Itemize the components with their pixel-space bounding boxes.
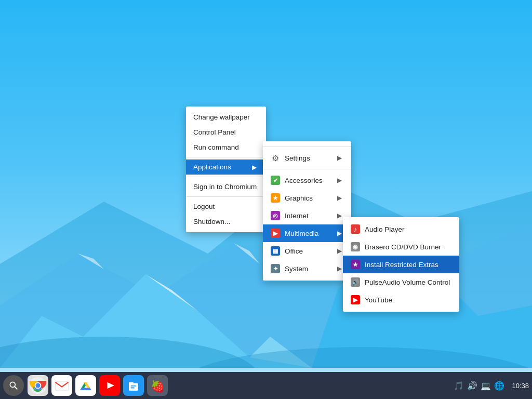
graphics-icon: ★: [270, 193, 281, 203]
shutdown-item[interactable]: Shutdown...: [186, 214, 266, 229]
games-app[interactable]: 🍓: [147, 375, 168, 396]
applications-item[interactable]: Applications ▶: [186, 159, 266, 175]
svg-rect-24: [129, 382, 134, 385]
system-item[interactable]: ✦ System ▶: [263, 260, 351, 277]
pulseaudio-item[interactable]: 🔊 PulseAudio Volume Control: [343, 273, 459, 291]
youtube-taskbar-icon: [100, 376, 119, 395]
applications-arrow: ▶: [247, 164, 257, 171]
brasero-label: Brasero CD/DVD Burner: [365, 243, 441, 251]
tray-music-icon[interactable]: 🎵: [454, 380, 464, 391]
desktop-context-menu: Change wallpaper Control Panel Run comma…: [186, 107, 266, 232]
audio-player-label: Audio Player: [365, 225, 405, 233]
applications-submenu: ⚙ Settings ▶ ✔ Accessories ▶ ★ Graphics …: [263, 141, 351, 281]
logout-item[interactable]: Logout: [186, 199, 266, 214]
settings-icon: ⚙: [270, 153, 281, 163]
brasero-icon: ◉: [350, 242, 361, 252]
files-icon: [124, 376, 143, 395]
shutdown-label: Shutdown...: [193, 218, 230, 225]
multimedia-arrow: ▶: [332, 230, 342, 237]
multimedia-icon: ▶: [270, 228, 281, 238]
youtube-app[interactable]: [99, 375, 120, 396]
office-label: Office: [285, 247, 303, 255]
chromium-icon: [29, 376, 47, 395]
run-command-label: Run command: [193, 143, 239, 151]
search-launcher[interactable]: [3, 375, 24, 396]
office-item[interactable]: ▦ Office ▶: [263, 242, 351, 260]
taskbar-clock: 10:38: [512, 382, 529, 390]
internet-label: Internet: [285, 212, 309, 220]
settings-item[interactable]: ⚙ Settings ▶: [263, 149, 351, 167]
youtube-label: YouTube: [365, 296, 392, 304]
audio-player-item[interactable]: ♪ Audio Player: [343, 220, 459, 238]
graphics-item[interactable]: ★ Graphics ▶: [263, 189, 351, 207]
install-restricted-item[interactable]: ★ Install Restricted Extras: [343, 256, 459, 273]
sign-in-chromium-label: Sign in to Chromium: [193, 183, 257, 191]
change-wallpaper-item[interactable]: Change wallpaper: [186, 110, 266, 125]
svg-point-16: [36, 383, 41, 388]
multimedia-label: Multimedia: [285, 230, 318, 237]
graphics-label: Graphics: [285, 194, 313, 202]
settings-arrow: ▶: [332, 154, 342, 162]
tray-system-icon[interactable]: 💻: [481, 380, 491, 391]
accessories-arrow: ▶: [332, 177, 342, 184]
svg-rect-25: [131, 385, 137, 387]
system-label: System: [285, 265, 308, 273]
run-command-item[interactable]: Run command: [186, 140, 266, 155]
accessories-item[interactable]: ✔ Accessories ▶: [263, 171, 351, 189]
sign-in-chromium-item[interactable]: Sign in to Chromium: [186, 179, 266, 194]
gmail-app[interactable]: [51, 375, 72, 396]
svg-rect-26: [131, 388, 135, 389]
drive-app[interactable]: [75, 375, 96, 396]
search-icon: [8, 380, 19, 391]
separator-2: [186, 177, 266, 177]
chromium-app[interactable]: [28, 375, 48, 396]
tray-volume-icon[interactable]: 🔊: [467, 380, 477, 391]
change-wallpaper-label: Change wallpaper: [193, 113, 250, 121]
youtube-icon: ▶: [350, 295, 361, 305]
audio-player-icon: ♪: [350, 224, 361, 234]
system-tray: 🎵 🔊 💻 🌐 10:38: [454, 380, 529, 391]
install-restricted-label: Install Restricted Extras: [365, 261, 438, 269]
drive-icon: [76, 376, 95, 395]
install-restricted-icon: ★: [350, 259, 361, 270]
separator-1: [186, 157, 266, 157]
control-panel-item[interactable]: Control Panel: [186, 125, 266, 140]
games-icon: 🍓: [148, 376, 167, 395]
internet-icon: ◎: [270, 210, 281, 221]
system-arrow: ▶: [332, 265, 342, 272]
svg-rect-19: [76, 376, 95, 395]
svg-line-12: [15, 387, 17, 389]
system-icon: ✦: [270, 263, 281, 274]
multimedia-item[interactable]: ▶ Multimedia ▶: [263, 224, 351, 242]
control-panel-label: Control Panel: [193, 128, 236, 136]
graphics-arrow: ▶: [332, 194, 342, 202]
office-arrow: ▶: [332, 247, 342, 255]
files-app[interactable]: [123, 375, 144, 396]
accessories-label: Accessories: [285, 177, 323, 184]
pulseaudio-label: PulseAudio Volume Control: [365, 278, 450, 286]
logout-label: Logout: [193, 203, 215, 210]
separator-3: [186, 196, 266, 197]
top-separator: [263, 147, 351, 147]
tray-network-icon[interactable]: 🌐: [494, 380, 504, 391]
office-icon: ▦: [270, 246, 281, 256]
svg-text:🍓: 🍓: [151, 379, 165, 393]
brasero-item[interactable]: ◉ Brasero CD/DVD Burner: [343, 238, 459, 256]
taskbar: 🍓 🎵 🔊 💻 🌐 10:38: [0, 372, 532, 399]
multimedia-submenu: ♪ Audio Player ◉ Brasero CD/DVD Burner ★…: [343, 217, 459, 312]
settings-label: Settings: [285, 154, 310, 162]
applications-label: Applications: [193, 163, 231, 171]
pulseaudio-icon: 🔊: [350, 277, 361, 287]
youtube-item[interactable]: ▶ YouTube: [343, 291, 459, 309]
accessories-icon: ✔: [270, 175, 281, 185]
sep-after-settings: [263, 169, 351, 169]
gmail-icon: [52, 376, 71, 395]
internet-item[interactable]: ◎ Internet ▶: [263, 207, 351, 224]
internet-arrow: ▶: [332, 212, 342, 219]
